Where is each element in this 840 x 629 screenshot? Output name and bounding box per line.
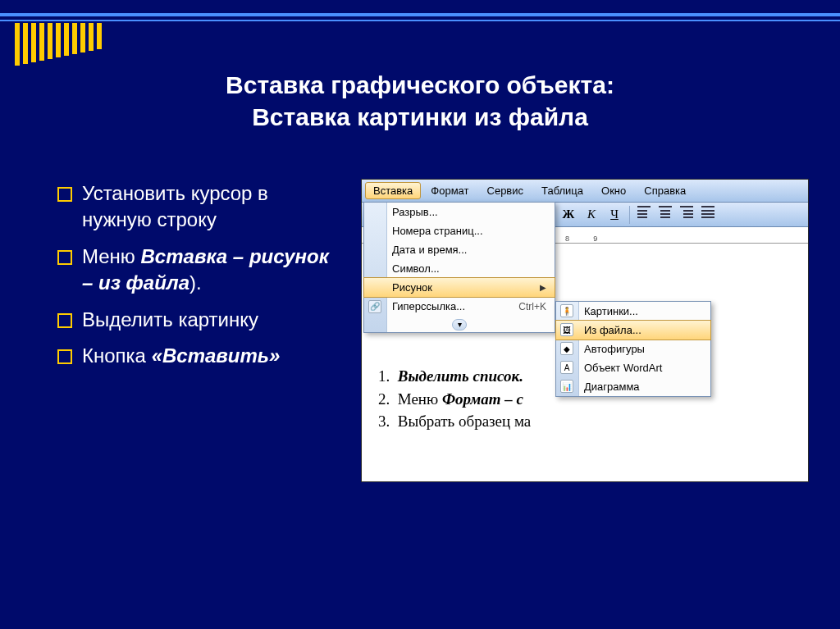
picture-submenu: 🧍 Картинки... 🖼 Из файла... ◆ Автофигуры… xyxy=(555,301,711,397)
menu-item-symbol[interactable]: Символ... xyxy=(364,259,555,278)
align-center-button[interactable] xyxy=(656,206,674,224)
menu-item-picture[interactable]: Рисунок▶ xyxy=(363,277,555,298)
bullet-1: Установить курсор в нужную строку xyxy=(57,180,336,234)
clipart-icon: 🧍 xyxy=(560,304,573,317)
menubar: Вставка Формат Сервис Таблица Окно Справ… xyxy=(362,180,808,203)
align-right-button[interactable] xyxy=(678,206,696,224)
insert-dropdown: Разрыв... Номера страниц... Дата и время… xyxy=(363,202,555,333)
title-line-1: Вставка графического объекта: xyxy=(0,69,840,101)
underline-button[interactable]: Ч xyxy=(605,206,624,224)
menu-table[interactable]: Таблица xyxy=(533,182,591,199)
chart-icon: 📊 xyxy=(560,380,573,393)
wordart-icon: A xyxy=(560,361,573,374)
format-toolbar: Ж К Ч xyxy=(554,203,808,227)
bold-button[interactable]: Ж xyxy=(559,206,578,224)
decor-line-thick xyxy=(0,13,840,16)
bullet-3: Выделить картинку xyxy=(57,307,336,333)
title-line-2: Вставка картинки из файла xyxy=(0,101,840,133)
separator xyxy=(629,206,630,224)
submenu-item-clipart[interactable]: 🧍 Картинки... xyxy=(556,302,710,321)
menu-item-datetime[interactable]: Дата и время... xyxy=(364,240,555,259)
bullet-4: Кнопка «Вставить» xyxy=(57,343,336,369)
shortcut-label: Ctrl+K xyxy=(518,301,546,312)
align-left-button[interactable] xyxy=(635,206,653,224)
submenu-arrow-icon: ▶ xyxy=(540,283,546,292)
menu-tools[interactable]: Сервис xyxy=(479,182,532,199)
menu-help[interactable]: Справка xyxy=(636,182,694,199)
menu-format[interactable]: Формат xyxy=(422,182,477,199)
shapes-icon: ◆ xyxy=(560,342,573,355)
decor-stripes xyxy=(15,23,102,66)
image-icon: 🖼 xyxy=(560,323,573,336)
decor-line-thin xyxy=(0,20,840,21)
menu-insert[interactable]: Вставка xyxy=(365,182,421,199)
submenu-item-from-file[interactable]: 🖼 Из файла... xyxy=(555,320,711,340)
expand-menu-button[interactable]: ▾ xyxy=(364,316,555,332)
slide-title: Вставка графического объекта: Вставка ка… xyxy=(0,69,840,133)
menu-item-page-numbers[interactable]: Номера страниц... xyxy=(364,221,555,240)
submenu-item-autoshapes[interactable]: ◆ Автофигуры xyxy=(556,340,710,358)
hyperlink-icon: 🔗 xyxy=(368,300,381,313)
word-screenshot: Вставка Формат Сервис Таблица Окно Справ… xyxy=(361,179,809,482)
bullet-2: Меню Вставка – рисунок – из файла). xyxy=(57,244,336,297)
bullet-list: Установить курсор в нужную строку Меню В… xyxy=(57,180,336,379)
italic-button[interactable]: К xyxy=(582,206,601,224)
menu-window[interactable]: Окно xyxy=(593,182,634,199)
menu-item-break[interactable]: Разрыв... xyxy=(364,203,555,221)
submenu-item-wordart[interactable]: A Объект WordArt xyxy=(556,358,710,377)
menu-item-hyperlink[interactable]: 🔗 Гиперссылка... Ctrl+K xyxy=(364,297,555,316)
submenu-item-chart[interactable]: 📊 Диаграмма xyxy=(556,377,710,396)
align-justify-button[interactable] xyxy=(699,206,717,224)
